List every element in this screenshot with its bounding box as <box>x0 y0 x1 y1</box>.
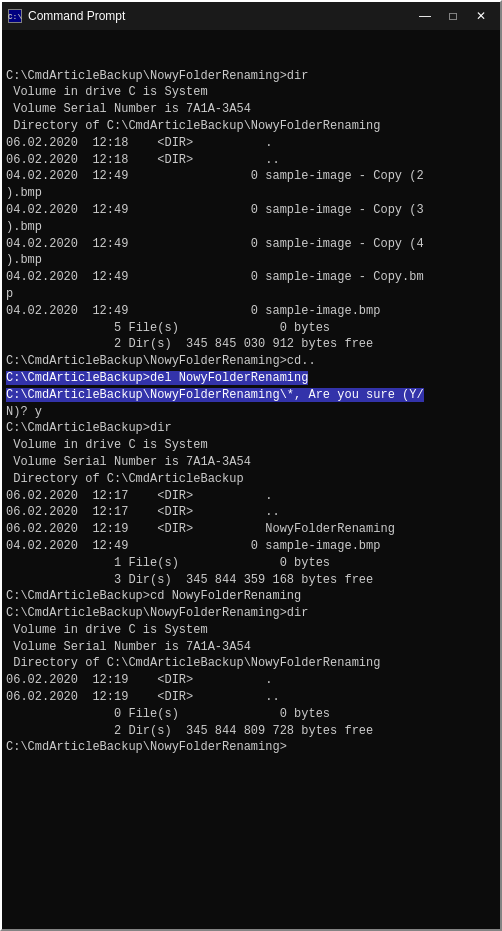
minimize-button[interactable]: — <box>412 6 438 26</box>
maximize-button[interactable]: □ <box>440 6 466 26</box>
terminal-body[interactable]: C:\CmdArticleBackup\NowyFolderRenaming>d… <box>2 30 500 929</box>
cmd-icon-label: C:\ <box>8 12 22 21</box>
cmd-window: C:\ Command Prompt — □ ✕ C:\CmdArticleBa… <box>0 0 502 931</box>
window-title: Command Prompt <box>28 9 125 23</box>
cmd-icon: C:\ <box>8 9 22 23</box>
close-button[interactable]: ✕ <box>468 6 494 26</box>
title-bar: C:\ Command Prompt — □ ✕ <box>2 2 500 30</box>
title-bar-left: C:\ Command Prompt <box>8 9 125 23</box>
title-bar-controls: — □ ✕ <box>412 6 494 26</box>
